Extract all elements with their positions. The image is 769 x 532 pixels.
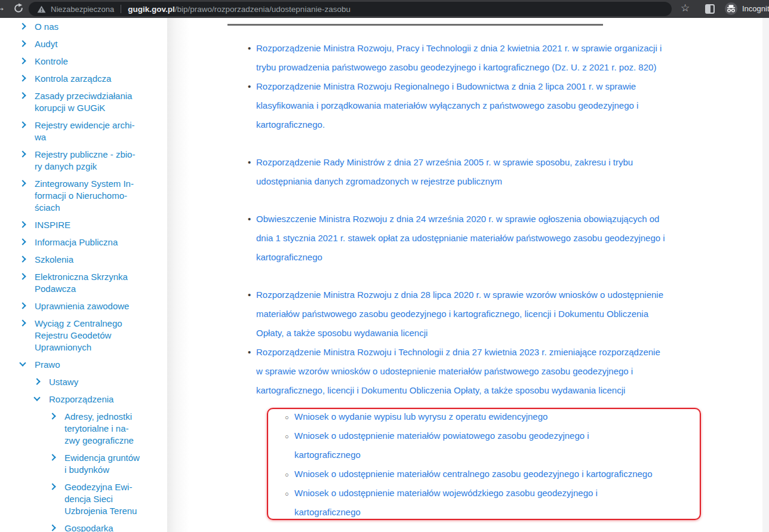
sidebar-link[interactable]: Ewidencja gruntów i budynków <box>64 452 167 476</box>
chevron-right-icon[interactable] <box>49 483 56 490</box>
security-label: Niezabezpieczona <box>51 5 114 14</box>
regulation-item: Rozporządzenie Rady Ministrów z dnia 27 … <box>248 153 708 191</box>
sidebar-item-ewidencja-gruntow: Ewidencja gruntów i budynków <box>0 452 167 476</box>
scrollbar[interactable] <box>762 18 769 532</box>
regulation-link[interactable]: Rozporządzenie Ministra Rozwoju i Techno… <box>256 347 660 395</box>
regulation-item: Rozporządzenie Ministra Rozwoju i Techno… <box>248 343 708 522</box>
sidebar-item-gesut: Geodezyjna Ewi- dencja Sieci Uzbrojenia … <box>0 481 167 517</box>
wnioski-list: Wniosek o wydanie wypisu lub wyrysu z op… <box>256 407 708 522</box>
wniosek-item: Wniosek o wydanie wypisu lub wyrysu z op… <box>285 407 708 426</box>
chevron-right-icon[interactable] <box>19 221 26 227</box>
chevron-right-icon[interactable] <box>19 23 26 29</box>
wniosek-link[interactable]: Wniosek o udostępnienie materiałów wojew… <box>294 488 598 517</box>
sidebar-item-rejestry-publiczne: Rejestry publiczne - zbio- ry danych pzg… <box>0 149 167 173</box>
sidebar-link[interactable]: Kontrole <box>35 56 167 67</box>
sidebar-item-rozporzadzenia: Rozporządzenia <box>0 393 167 405</box>
regulation-item: Rozporządzenie Ministra Rozwoju, Pracy i… <box>248 39 708 77</box>
sidebar-link[interactable]: Rejestry publiczne - zbio- ry danych pzg… <box>35 149 167 173</box>
chevron-right-icon[interactable] <box>33 378 40 385</box>
chevron-right-icon[interactable] <box>19 75 26 81</box>
chevron-right-icon[interactable] <box>49 524 56 531</box>
sidebar-item-zsin: Zintegrowany System In- formacji o Nieru… <box>0 178 167 214</box>
chevron-right-icon[interactable] <box>19 150 26 157</box>
sidebar-link[interactable]: Gospodarka nieruchomościami <box>64 522 167 532</box>
url-domain: gugik.gov.pl <box>128 5 175 14</box>
sidebar-link[interactable]: INSPIRE <box>35 219 167 231</box>
side-panel-icon[interactable] <box>705 4 715 14</box>
chevron-right-icon[interactable] <box>19 238 26 245</box>
sidebar-item-uprawnienia: Uprawnienia zawodowe <box>0 300 167 312</box>
sidebar-link[interactable]: Informacja Publiczna <box>35 236 167 248</box>
chevron-right-icon[interactable] <box>19 57 26 64</box>
incognito-label: Incognito <box>742 4 769 13</box>
sidebar-item-adresy: Adresy, jednostki terytorialne i na- zwy… <box>0 411 167 447</box>
sidebar-item-ustawy: Ustawy <box>0 376 167 388</box>
sidebar-link[interactable]: Audyt <box>35 38 167 50</box>
regulations-list: Rozporządzenie Ministra Rozwoju, Pracy i… <box>248 39 708 522</box>
chevron-right-icon[interactable] <box>19 40 26 47</box>
sidebar-item-rejestry-ewidencje: Rejestry ewidencje archi- wa <box>0 119 167 143</box>
page-content: O nas Audyt Kontrole Kontrola zarządcza … <box>0 18 769 532</box>
wniosek-item: Wniosek o udostępnienie materiałów wojew… <box>285 484 708 522</box>
incognito-icon <box>725 2 737 15</box>
sidebar-nav: O nas Audyt Kontrole Kontrola zarządcza … <box>0 21 167 532</box>
browser-window: → Niezabezpieczona gugik.gov.pl /bip/pra… <box>0 0 769 532</box>
sidebar-item-kontrola-zarzadcza: Kontrola zarządcza <box>0 73 167 85</box>
sidebar-separator-shadow <box>167 18 189 532</box>
regulation-link[interactable]: Rozporządzenie Ministra Rozwoju z dnia 2… <box>256 290 663 338</box>
sidebar-item-gospodarka: Gospodarka nieruchomościami <box>0 522 167 532</box>
not-secure-warning-icon[interactable] <box>37 5 46 13</box>
browser-toolbar: → Niezabezpieczona gugik.gov.pl /bip/pra… <box>0 0 769 18</box>
reload-icon[interactable] <box>13 3 24 14</box>
chevron-right-icon[interactable] <box>49 454 56 460</box>
sidebar-link[interactable]: Ustawy <box>49 376 167 388</box>
address-bar[interactable]: Niezabezpieczona gugik.gov.pl /bip/prawo… <box>29 2 672 16</box>
sidebar-link[interactable]: Szkolenia <box>35 254 167 266</box>
sidebar-item-zasady-przeciwdzialania: Zasady przeciwdziałania korupcji w GUGiK <box>0 90 167 114</box>
wniosek-item: Wniosek o udostępnienie materiałów powia… <box>285 426 708 465</box>
sidebar-link[interactable]: Zasady przeciwdziałania korupcji w GUGiK <box>35 90 167 114</box>
sidebar-link[interactable]: Wyciąg z Centralnego Rejestru Geodetów U… <box>35 318 167 353</box>
forward-icon[interactable]: → <box>0 1 5 14</box>
sidebar-link[interactable]: Elektroniczna Skrzynka Podawcza <box>35 271 167 295</box>
sidebar-link[interactable]: Prawo <box>35 359 167 371</box>
regulation-link[interactable]: Rozporządzenie Ministra Rozwoju, Pracy i… <box>256 43 662 72</box>
chevron-right-icon[interactable] <box>49 413 56 419</box>
regulation-link[interactable]: Rozporządzenie Rady Ministrów z dnia 27 … <box>256 157 633 186</box>
chevron-right-icon[interactable] <box>19 319 26 326</box>
sidebar-link[interactable]: Rozporządzenia <box>49 393 167 405</box>
chevron-right-icon[interactable] <box>19 121 26 128</box>
sidebar-item-szkolenia: Szkolenia <box>0 254 167 266</box>
regulation-item: Rozporządzenie Ministra Rozwoju Regional… <box>248 77 708 134</box>
sidebar-link[interactable]: Kontrola zarządcza <box>35 73 167 85</box>
chevron-right-icon[interactable] <box>19 273 26 279</box>
regulation-item: Rozporządzenie Ministra Rozwoju z dnia 2… <box>248 285 708 343</box>
sidebar-link[interactable]: O nas <box>35 21 167 33</box>
chevron-down-icon[interactable] <box>19 359 26 366</box>
wniosek-item: Wniosek o udostępnienie materiałów centr… <box>285 465 708 484</box>
bookmark-icon[interactable]: ☆ <box>681 2 690 14</box>
sidebar-item-wyciag: Wyciąg z Centralnego Rejestru Geodetów U… <box>0 318 167 353</box>
omnibox-divider <box>121 5 121 13</box>
chevron-right-icon[interactable] <box>19 92 26 99</box>
regulation-link[interactable]: Obwieszczenie Ministra Rozwoju z dnia 24… <box>256 214 665 262</box>
sidebar-item-audyt: Audyt <box>0 38 167 50</box>
sidebar-link[interactable]: Uprawnienia zawodowe <box>35 300 167 312</box>
content-top-divider <box>227 24 603 26</box>
url-path: /bip/prawo/rozporzadzenia/udostepnianie-… <box>175 5 350 14</box>
chevron-right-icon[interactable] <box>19 302 26 309</box>
sidebar-item-inspire: INSPIRE <box>0 219 167 231</box>
wniosek-link[interactable]: Wniosek o wydanie wypisu lub wyrysu z op… <box>294 411 547 422</box>
sidebar-item-kontrole: Kontrole <box>0 56 167 67</box>
chevron-right-icon[interactable] <box>19 256 26 262</box>
chevron-right-icon[interactable] <box>19 180 26 186</box>
chevron-down-icon[interactable] <box>33 394 40 401</box>
sidebar-link[interactable]: Rejestry ewidencje archi- wa <box>35 119 167 143</box>
sidebar-item-informacja-publiczna: Informacja Publiczna <box>0 236 167 248</box>
sidebar-link[interactable]: Zintegrowany System In- formacji o Nieru… <box>35 178 167 214</box>
regulation-link[interactable]: Rozporządzenie Ministra Rozwoju Regional… <box>256 81 638 130</box>
sidebar-link[interactable]: Geodezyjna Ewi- dencja Sieci Uzbrojenia … <box>64 481 167 517</box>
wniosek-link[interactable]: Wniosek o udostępnienie materiałów powia… <box>294 430 589 460</box>
sidebar-link[interactable]: Adresy, jednostki terytorialne i na- zwy… <box>64 411 167 447</box>
wniosek-link[interactable]: Wniosek o udostępnienie materiałów centr… <box>294 469 653 479</box>
